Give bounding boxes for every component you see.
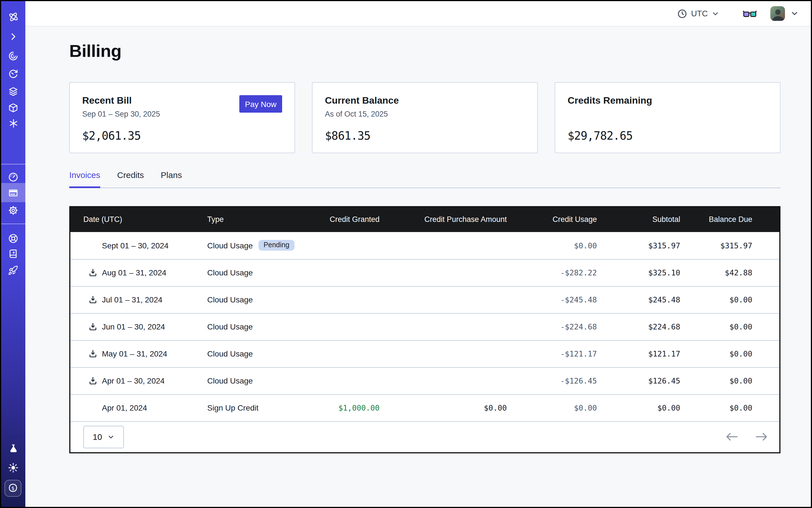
current-balance-amount: $861.35: [325, 129, 371, 142]
orbit-logo-icon[interactable]: [1, 7, 25, 27]
download-invoice-icon[interactable]: [88, 349, 97, 358]
credit-purchase-amount-value: $0.00: [380, 403, 507, 412]
spiral-icon[interactable]: [1, 46, 25, 65]
column-header: Credit Purchase Amount: [380, 215, 507, 223]
table-header-row: Date (UTC)TypeCredit GrantedCredit Purch…: [71, 207, 779, 232]
page-size-select[interactable]: 10: [83, 425, 124, 448]
download-invoice-button[interactable]: [83, 322, 102, 331]
download-invoice-icon[interactable]: [88, 376, 97, 385]
invoice-date-cell: May 01 – 31, 2024: [71, 349, 207, 358]
balance-due-value: $0.00: [680, 403, 779, 412]
invoice-type-cell: Cloud Usage: [207, 322, 311, 331]
column-header: Credit Granted: [311, 215, 380, 223]
billing-card-icon[interactable]: [1, 183, 25, 202]
invoice-type: Cloud Usage: [207, 268, 253, 277]
credit-usage-value: -$126.45: [507, 376, 597, 385]
invoice-date: Jun 01 – 30, 2024: [102, 322, 165, 331]
tab-credits[interactable]: Credits: [117, 170, 144, 187]
download-invoice-button[interactable]: [83, 376, 102, 385]
credit-usage-value: -$121.17: [507, 349, 597, 358]
pay-now-button[interactable]: Pay Now: [239, 95, 282, 113]
tab-plans[interactable]: Plans: [161, 170, 182, 187]
invoice-row: May 01 – 31, 2024Cloud Usage-$121.17$121…: [71, 340, 779, 367]
invoice-date: Apr 01 – 30, 2024: [102, 376, 165, 385]
invoice-date: Apr 01, 2024: [102, 403, 147, 412]
balance-due-value: $0.00: [680, 349, 779, 358]
table-footer: 10: [71, 421, 779, 452]
pending-badge: Pending: [258, 240, 295, 251]
subtotal-value: $315.97: [597, 241, 680, 250]
stereo-glasses-icon[interactable]: [743, 9, 757, 18]
user-avatar[interactable]: [770, 6, 785, 21]
invoice-date-cell: Jun 01 – 30, 2024: [71, 322, 207, 331]
chevron-right-icon[interactable]: [1, 27, 25, 46]
flask-icon[interactable]: [1, 439, 25, 458]
credit-usage-value: -$224.68: [507, 322, 597, 331]
column-header: Balance Due: [680, 215, 779, 223]
download-invoice-icon[interactable]: [88, 295, 97, 304]
page-content: Billing Recent Bill Sep 01 – Sep 30, 202…: [25, 27, 811, 507]
sun-icon[interactable]: [1, 458, 25, 477]
gear-icon[interactable]: [1, 201, 25, 220]
download-invoice-button[interactable]: [83, 268, 102, 277]
credit-usage-value: $0.00: [507, 241, 597, 250]
balance-due-value: $0.00: [680, 295, 779, 304]
clock-icon: [677, 9, 687, 18]
invoice-date-cell: Sept 01 – 30, 2024: [71, 241, 207, 250]
subtotal-value: $224.68: [597, 322, 680, 331]
invoice-type: Sign Up Credit: [207, 403, 258, 412]
balance-due-value: $0.00: [680, 376, 779, 385]
invoice-row: Jun 01 – 30, 2024Cloud Usage-$224.68$224…: [71, 313, 779, 340]
subtotal-value: $121.17: [597, 349, 680, 358]
timezone-selector[interactable]: UTC: [677, 9, 719, 18]
asterisk-icon[interactable]: [1, 114, 25, 133]
invoice-date-cell: Jul 01 – 31, 2024: [71, 295, 207, 304]
book-sparkle-icon[interactable]: [1, 244, 25, 263]
current-balance-card: Current Balance As of Oct 15, 2025 $861.…: [312, 82, 538, 153]
column-header: Date (UTC): [71, 215, 207, 223]
sidebar-divider: [1, 164, 25, 164]
invoice-date-cell: Apr 01 – 30, 2024: [71, 376, 207, 385]
billing-app-window: $ UTC Billing Recent Bill Sep 01 – Sep: [0, 0, 812, 508]
subtotal-value: $325.10: [597, 268, 680, 277]
invoice-type-cell: Cloud Usage: [207, 268, 311, 277]
credit-usage-value: $0.00: [507, 403, 597, 412]
download-invoice-button[interactable]: [83, 349, 102, 358]
recent-bill-amount: $2,061.35: [82, 129, 141, 142]
invoice-type: Cloud Usage: [207, 322, 253, 331]
balance-due-value: $0.00: [680, 322, 779, 331]
invoice-date: May 01 – 31, 2024: [102, 349, 167, 358]
download-invoice-button[interactable]: [83, 295, 102, 304]
invoice-type-cell: Cloud Usage: [207, 376, 311, 385]
invoice-type: Cloud Usage: [207, 295, 253, 304]
invoice-type-cell: Cloud UsagePending: [207, 240, 311, 251]
rocket-icon[interactable]: [1, 261, 25, 280]
page-size-value: 10: [93, 432, 102, 441]
credit-usage-value: -$282.22: [507, 268, 597, 277]
balance-due-value: $315.97: [680, 241, 779, 250]
invoice-date: Aug 01 – 31, 2024: [102, 268, 166, 277]
history-icon[interactable]: [1, 64, 25, 83]
summary-cards: Recent Bill Sep 01 – Sep 30, 2025 $2,061…: [69, 82, 780, 153]
card-title: Credits Remaining: [568, 95, 768, 107]
credits-remaining-amount: $29,782.65: [568, 129, 633, 142]
dollar-badge-icon[interactable]: $: [4, 480, 22, 497]
billing-tabs: InvoicesCreditsPlans: [69, 170, 780, 188]
invoice-type-cell: Cloud Usage: [207, 295, 311, 304]
invoice-row: Sept 01 – 30, 2024Cloud UsagePending$0.0…: [71, 232, 779, 259]
subtotal-value: $0.00: [597, 403, 680, 412]
balance-as-of-date: As of Oct 15, 2025: [325, 110, 525, 118]
download-invoice-icon[interactable]: [88, 322, 97, 331]
invoice-row: Apr 01 – 30, 2024Cloud Usage-$126.45$126…: [71, 367, 779, 394]
chevron-down-icon[interactable]: [790, 9, 799, 17]
next-page-button[interactable]: [756, 432, 768, 441]
credit-usage-value: -$245.48: [507, 295, 597, 304]
sidebar: $: [1, 1, 25, 507]
tab-invoices[interactable]: Invoices: [69, 170, 100, 188]
download-invoice-icon[interactable]: [88, 268, 97, 277]
recent-bill-card: Recent Bill Sep 01 – Sep 30, 2025 $2,061…: [69, 82, 295, 153]
previous-page-button[interactable]: [726, 432, 738, 441]
invoice-type: Cloud Usage: [207, 241, 253, 250]
timezone-label: UTC: [691, 9, 708, 18]
invoices-table: Date (UTC)TypeCredit GrantedCredit Purch…: [69, 206, 780, 453]
